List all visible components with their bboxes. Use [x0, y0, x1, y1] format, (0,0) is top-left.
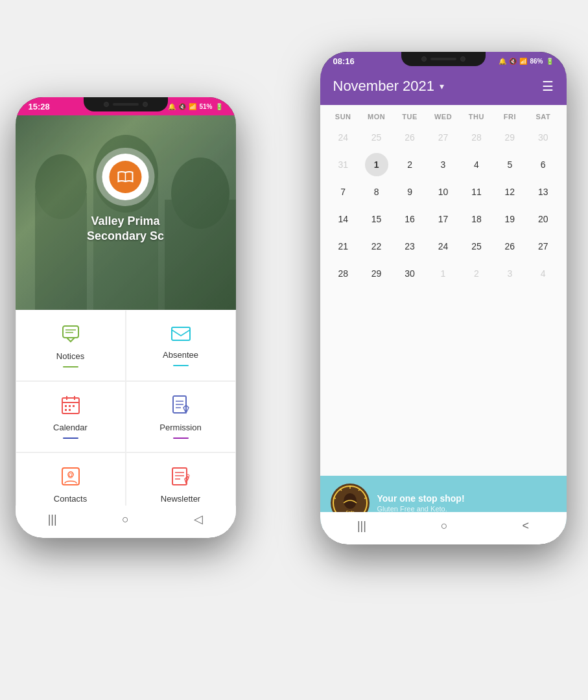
- cal-cell: 27: [431, 126, 454, 149]
- cal-cell[interactable]: 7: [331, 180, 355, 204]
- calendar-screen: November 2021 ▾ ☰ SUN MON TUE WED THU FR…: [320, 70, 567, 530]
- cal-cell[interactable]: 18: [465, 207, 488, 231]
- cal-cell: 1: [431, 262, 454, 285]
- cal-cell[interactable]: 1: [365, 153, 388, 176]
- cal-cell[interactable]: 19: [498, 207, 521, 231]
- alarm-icon-r: 🔔: [499, 58, 506, 65]
- cal-cell[interactable]: 22: [365, 235, 388, 258]
- cal-cell[interactable]: 9: [398, 180, 421, 204]
- home-menu-grid: Notices Absentee: [16, 310, 236, 524]
- cal-cell[interactable]: 14: [331, 207, 355, 231]
- cal-cell[interactable]: 20: [532, 207, 555, 231]
- month-year-text: November 2021: [333, 78, 435, 95]
- absentee-svg: [171, 325, 191, 343]
- day-header-thu: THU: [460, 113, 493, 121]
- svg-point-33: [344, 493, 357, 509]
- ad-title: Your one stop shop!: [377, 493, 556, 504]
- cal-cell[interactable]: 30: [398, 262, 421, 285]
- menu-item-calendar[interactable]: Calendar: [16, 381, 126, 452]
- nav-menu-right[interactable]: |||: [357, 519, 366, 533]
- school-name: Valley Prima Secondary Sc: [87, 214, 164, 244]
- cal-cell[interactable]: 23: [398, 235, 421, 258]
- cal-cell[interactable]: 21: [331, 235, 355, 258]
- nav-menu-left[interactable]: |||: [48, 513, 57, 526]
- cal-cell[interactable]: 4: [465, 153, 488, 176]
- contacts-svg: @: [60, 466, 81, 487]
- svg-line-39: [333, 498, 336, 498]
- nav-home-right[interactable]: ○: [441, 519, 448, 533]
- day-header-fri: FRI: [493, 113, 526, 121]
- battery-icon-right: 🔋: [546, 58, 554, 65]
- cal-cell[interactable]: 15: [365, 207, 388, 231]
- cal-cell[interactable]: 2: [398, 153, 421, 176]
- cal-cell[interactable]: 12: [498, 180, 521, 204]
- speaker-left: [113, 103, 139, 106]
- cal-cell: 28: [465, 126, 488, 149]
- absentee-label: Absentee: [163, 350, 198, 360]
- svg-line-37: [364, 498, 367, 498]
- nav-bar-left: ||| ○ ◁: [16, 506, 236, 538]
- hamburger-icon[interactable]: ☰: [542, 78, 554, 94]
- cal-cell[interactable]: 11: [465, 180, 488, 204]
- wifi-icon: 📶: [189, 103, 196, 110]
- chevron-down-icon[interactable]: ▾: [440, 81, 444, 91]
- menu-item-absentee[interactable]: Absentee: [126, 310, 236, 381]
- cal-cell[interactable]: 24: [431, 235, 454, 258]
- nav-back-right[interactable]: <: [523, 519, 530, 533]
- absentee-icon: [171, 325, 191, 346]
- time-right: 08:16: [333, 56, 355, 66]
- cal-cell[interactable]: 25: [465, 235, 488, 258]
- cal-cell[interactable]: 29: [365, 262, 388, 285]
- status-icons-left: 🔔 🔇 📶 51% 🔋: [168, 103, 222, 110]
- svg-rect-10: [172, 327, 190, 340]
- cal-cell[interactable]: 28: [331, 262, 355, 285]
- hero-image: Valley Prima Secondary Sc: [16, 115, 236, 310]
- calendar-spacer: [320, 290, 567, 476]
- cal-cell[interactable]: 6: [532, 153, 555, 176]
- svg-rect-18: [65, 409, 67, 411]
- mute-icon: 🔇: [178, 103, 186, 110]
- cal-cell[interactable]: 27: [532, 235, 555, 258]
- menu-item-permission[interactable]: Permission: [126, 381, 236, 452]
- menu-item-notices[interactable]: Notices: [16, 310, 126, 381]
- svg-rect-19: [69, 409, 71, 411]
- school-name-line2: Secondary Sc: [87, 229, 164, 242]
- cal-cell[interactable]: 26: [498, 235, 521, 258]
- svg-rect-17: [73, 405, 75, 407]
- cal-cell[interactable]: 8: [365, 180, 388, 204]
- home-screen: Valley Prima Secondary Sc: [16, 115, 236, 524]
- day-headers-row: SUN MON TUE WED THU FRI SAT: [327, 105, 560, 124]
- day-header-wed: WED: [427, 113, 460, 121]
- svg-rect-7: [63, 326, 78, 338]
- cal-cell[interactable]: 5: [498, 153, 521, 176]
- newsletter-svg: [171, 466, 191, 487]
- book-svg: [117, 170, 135, 184]
- cal-cell: 25: [365, 126, 388, 149]
- permission-underline: [173, 438, 189, 439]
- cal-cell[interactable]: 10: [431, 180, 454, 204]
- cal-cell[interactable]: 3: [431, 153, 454, 176]
- time-left: 15:28: [29, 102, 50, 111]
- cal-cell: 2: [465, 262, 488, 285]
- calendar-icon: [60, 395, 81, 419]
- cal-cell: 4: [532, 262, 555, 285]
- status-icons-right: 🔔 🔇 📶 86% 🔋: [499, 58, 553, 65]
- notices-svg: [60, 323, 81, 344]
- logo-inner: [102, 154, 149, 200]
- battery-text-right: 86%: [530, 58, 543, 65]
- calendar-header: November 2021 ▾ ☰: [320, 70, 567, 105]
- calendar-underline: [63, 438, 78, 439]
- cal-cell[interactable]: 16: [398, 207, 421, 231]
- permission-svg: [172, 395, 190, 415]
- cal-cell[interactable]: 17: [431, 207, 454, 231]
- notch-right: [401, 52, 486, 66]
- day-header-sun: SUN: [327, 113, 360, 121]
- svg-point-5: [171, 158, 229, 229]
- calendar-body: SUN MON TUE WED THU FRI SAT 242526272829…: [320, 105, 567, 290]
- logo-outer: [97, 148, 155, 206]
- cal-cell[interactable]: 13: [532, 180, 555, 204]
- absentee-underline: [173, 365, 189, 366]
- nav-back-left[interactable]: ◁: [194, 512, 203, 526]
- nav-home-left[interactable]: ○: [122, 513, 129, 526]
- contacts-label: Contacts: [54, 494, 87, 504]
